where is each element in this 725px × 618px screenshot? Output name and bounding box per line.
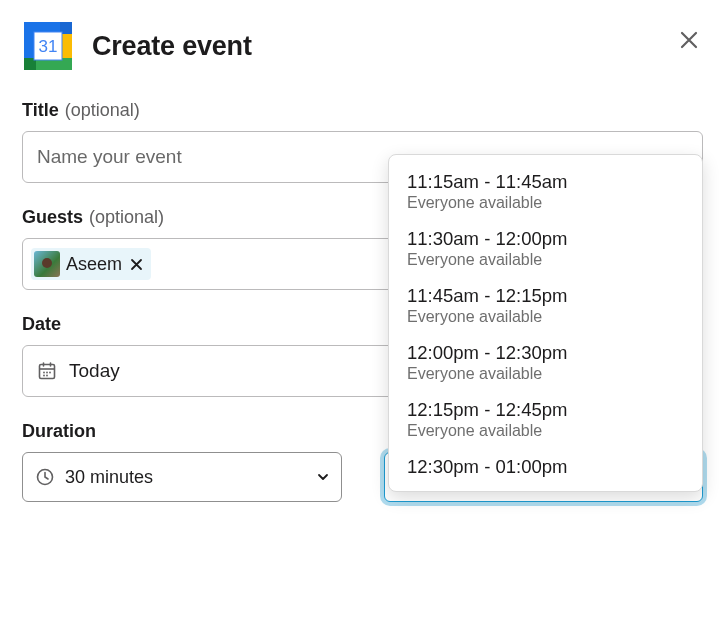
clock-icon: [35, 467, 55, 487]
close-button[interactable]: [675, 26, 703, 54]
time-option-availability: Everyone available: [407, 422, 684, 440]
time-option[interactable]: 11:45am - 12:15pmEveryone available: [389, 279, 702, 336]
time-option[interactable]: 12:30pm - 01:00pm: [389, 450, 702, 483]
time-option[interactable]: 12:15pm - 12:45pmEveryone available: [389, 393, 702, 450]
svg-text:31: 31: [39, 37, 58, 56]
title-label: Title (optional): [22, 100, 703, 121]
time-option-range: 11:45am - 12:15pm: [407, 285, 684, 307]
time-option-range: 11:30am - 12:00pm: [407, 228, 684, 250]
dialog-header: 31 Create event: [22, 20, 703, 72]
time-option-availability: Everyone available: [407, 365, 684, 383]
date-label-text: Date: [22, 314, 61, 335]
duration-label: Duration: [22, 421, 342, 442]
time-option-range: 11:15am - 11:45am: [407, 171, 684, 193]
google-calendar-icon: 31: [22, 20, 74, 72]
title-optional: (optional): [65, 100, 140, 121]
time-option-availability: Everyone available: [407, 251, 684, 269]
time-option-range: 12:00pm - 12:30pm: [407, 342, 684, 364]
svg-point-14: [43, 372, 45, 374]
dialog-title: Create event: [92, 31, 252, 62]
time-option-availability: Everyone available: [407, 194, 684, 212]
time-option[interactable]: 11:30am - 12:00pmEveryone available: [389, 222, 702, 279]
chevron-down-icon: [317, 471, 329, 483]
close-icon: [679, 30, 699, 50]
calendar-icon: [37, 361, 57, 381]
date-value: Today: [69, 360, 120, 382]
guests-optional: (optional): [89, 207, 164, 228]
time-option[interactable]: 11:15am - 11:45amEveryone available: [389, 165, 702, 222]
duration-label-text: Duration: [22, 421, 96, 442]
close-icon: [130, 258, 143, 271]
svg-point-17: [43, 375, 45, 377]
guest-name: Aseem: [66, 254, 122, 275]
time-options-dropdown: 11:15am - 11:45amEveryone available11:30…: [388, 154, 703, 492]
avatar: [34, 251, 60, 277]
svg-point-18: [46, 375, 48, 377]
remove-guest-button[interactable]: [128, 258, 145, 271]
duration-select[interactable]: 30 minutes: [22, 452, 342, 502]
time-option[interactable]: 12:00pm - 12:30pmEveryone available: [389, 336, 702, 393]
guests-label-text: Guests: [22, 207, 83, 228]
time-option-range: 12:15pm - 12:45pm: [407, 399, 684, 421]
title-label-text: Title: [22, 100, 59, 121]
guest-chip: Aseem: [31, 248, 151, 280]
duration-value: 30 minutes: [65, 467, 153, 488]
svg-point-15: [46, 372, 48, 374]
time-option-availability: Everyone available: [407, 308, 684, 326]
duration-field-group: Duration 30 minutes: [22, 421, 342, 502]
time-option-range: 12:30pm - 01:00pm: [407, 456, 684, 478]
svg-point-16: [49, 372, 51, 374]
